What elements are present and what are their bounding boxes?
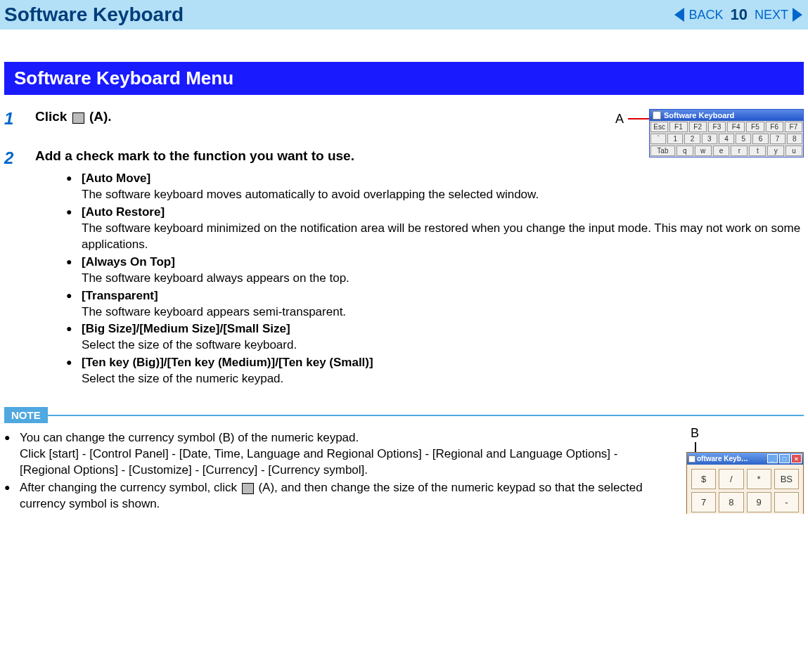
system-menu-icon[interactable] (653, 111, 661, 119)
keyboard-key[interactable]: F4 (727, 122, 745, 132)
figure-a-label: A (615, 112, 624, 127)
nav-back-link[interactable]: BACK (688, 8, 723, 22)
bullet-label: [Transparent] (82, 289, 158, 302)
software-keyboard-window: Software Keyboard Esc F1 F2 F3 F4 F5 F6 … (649, 109, 804, 157)
note-item-2-before: After changing the currency symbol, clic… (20, 481, 241, 494)
nav-next-icon[interactable] (793, 8, 802, 22)
step-1-title-after: (A). (86, 109, 112, 124)
keyboard-key[interactable]: w (695, 146, 712, 156)
keyboard-key[interactable]: t (749, 146, 766, 156)
minimize-icon[interactable]: _ (767, 454, 778, 463)
page-number: 10 (728, 6, 750, 24)
figure-a: A Software Keyboard Esc F1 F2 F3 F4 F5 F… (649, 109, 804, 157)
software-keyboard-title-text: Software Keyboard (664, 111, 734, 119)
note-divider (48, 415, 804, 416)
step-2-bullets: [Auto Move]The software keyboard moves a… (66, 171, 804, 387)
list-item: [Ten key (Big)]/[Ten key (Medium)]/[Ten … (66, 355, 804, 387)
numpad-key[interactable]: / (719, 469, 743, 489)
step-2-number: 2 (4, 148, 35, 168)
keyboard-key[interactable]: e (713, 146, 730, 156)
software-keyboard-titlebar: Software Keyboard (650, 110, 803, 121)
close-icon[interactable]: × (791, 454, 802, 463)
list-item: After changing the currency symbol, clic… (4, 480, 663, 512)
keyboard-key[interactable]: F2 (689, 122, 707, 132)
keyboard-row-3: Tab q w e r t y u (650, 145, 803, 157)
keyboard-key[interactable]: 2 (684, 134, 700, 144)
keyboard-key[interactable]: 7 (770, 134, 785, 144)
keyboard-key[interactable]: u (785, 146, 802, 156)
figure-b-label: B (691, 426, 804, 441)
numpad-grid: $ / * BS 7 8 9 - 4 5 6 + 1 2 3 = 0 , . E… (687, 465, 803, 514)
note-header: NOTE (4, 407, 804, 423)
note-item-1-line2: Click [start] - [Control Panel] - [Date,… (20, 447, 617, 477)
keyboard-key[interactable]: 4 (719, 134, 734, 144)
step-1-title-before: Click (35, 109, 71, 124)
numpad-key[interactable]: * (747, 469, 771, 489)
nav-next-link[interactable]: NEXT (755, 8, 788, 22)
content-area: 1 Click (A). A Software Keyboard Esc F1 … (4, 109, 804, 387)
keyboard-key[interactable]: 3 (702, 134, 717, 144)
keyboard-key[interactable]: F6 (766, 122, 783, 132)
keyboard-key[interactable]: F5 (746, 122, 764, 132)
bullet-label: [Ten key (Big)]/[Ten key (Medium)]/[Ten … (82, 356, 373, 369)
callout-line-b (695, 442, 696, 452)
keyboard-key[interactable]: 1 (667, 134, 683, 144)
keyboard-key[interactable]: 8 (787, 134, 802, 144)
numpad-key[interactable]: - (774, 492, 799, 512)
step-2-title: Add a check mark to the function you wan… (35, 148, 354, 164)
nav-back-icon[interactable] (674, 8, 684, 22)
list-item: [Always On Top]The software keyboard alw… (66, 254, 804, 287)
nav-controls: BACK 10 NEXT (674, 6, 802, 24)
numpad-key[interactable]: 7 (691, 492, 716, 512)
list-item: You can change the currency symbol (B) o… (4, 430, 663, 479)
system-menu-icon (72, 112, 84, 124)
note-item-1-line1: You can change the currency symbol (B) o… (20, 431, 359, 444)
bullet-desc: The software keyboard appears semi-trans… (82, 305, 346, 318)
bullet-label: [Always On Top] (82, 255, 175, 269)
numpad-titlebar: oftware Keyb… _ □ × (687, 453, 803, 465)
bullet-label: [Big Size]/[Medium Size]/[Small Size] (82, 322, 290, 335)
step-1-title: Click (A). (35, 109, 112, 124)
numpad-key[interactable]: BS (774, 469, 799, 489)
system-menu-icon[interactable] (688, 455, 695, 463)
list-item: [Auto Restore]The software keyboard mini… (66, 205, 804, 253)
bullet-label: [Auto Move] (82, 172, 150, 185)
keyboard-key[interactable]: F7 (785, 122, 802, 132)
keyboard-key[interactable]: Tab (650, 146, 675, 156)
keyboard-key[interactable]: Esc (650, 122, 668, 132)
list-item: [Auto Move]The software keyboard moves a… (66, 171, 804, 203)
keyboard-key[interactable]: r (731, 146, 748, 156)
note-label: NOTE (4, 407, 48, 423)
note-text: You can change the currency symbol (B) o… (4, 430, 804, 512)
bullet-label: [Auto Restore] (82, 205, 165, 219)
keyboard-key[interactable]: 6 (752, 134, 768, 144)
numpad-window: oftware Keyb… _ □ × $ / * BS 7 8 9 - 4 5… (686, 452, 804, 514)
numpad-key[interactable]: 8 (719, 492, 743, 512)
list-item: [Big Size]/[Medium Size]/[Small Size]Sel… (66, 321, 804, 354)
bullet-desc: The software keyboard minimized on the n… (82, 221, 800, 251)
page-title: Software Keyboard (0, 2, 188, 27)
keyboard-key[interactable]: y (767, 146, 784, 156)
keyboard-key[interactable]: F3 (708, 122, 726, 132)
keyboard-row-1: Esc F1 F2 F3 F4 F5 F6 F7 (650, 121, 803, 133)
section-heading: Software Keyboard Menu (4, 62, 804, 95)
keyboard-key[interactable]: ` (650, 134, 666, 144)
keyboard-key[interactable]: 5 (736, 134, 751, 144)
bullet-desc: The software keyboard moves automaticall… (82, 188, 539, 201)
step-1-number: 1 (4, 109, 35, 129)
keyboard-key[interactable]: q (676, 146, 693, 156)
numpad-title-text: oftware Keyb… (697, 455, 748, 463)
keyboard-row-2: ` 1 2 3 4 5 6 7 8 (650, 133, 803, 145)
list-item: [Transparent]The software keyboard appea… (66, 288, 804, 321)
note-body: You can change the currency symbol (B) o… (4, 430, 804, 512)
bullet-desc: The software keyboard always appears on … (82, 271, 350, 285)
numpad-key[interactable]: $ (691, 469, 716, 489)
header-bar: Software Keyboard BACK 10 NEXT (0, 0, 808, 30)
system-menu-icon (242, 483, 254, 494)
bullet-desc: Select the size of the numeric keypad. (82, 372, 283, 385)
maximize-icon[interactable]: □ (779, 454, 790, 463)
callout-line-a (628, 118, 649, 119)
numpad-key[interactable]: 9 (747, 492, 771, 512)
keyboard-key[interactable]: F1 (669, 122, 687, 132)
bullet-desc: Select the size of the software keyboard… (82, 338, 297, 351)
